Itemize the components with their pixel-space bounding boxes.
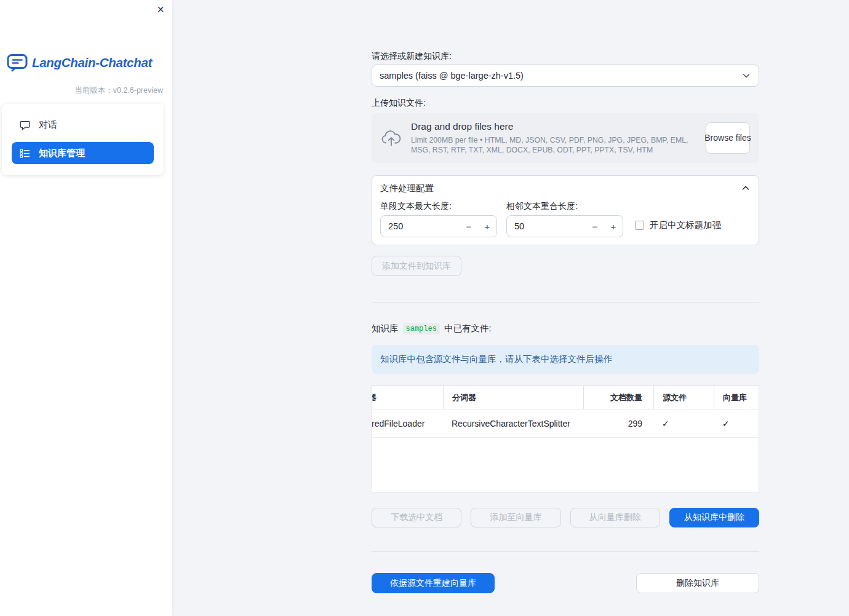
kb-select[interactable]: samples (faiss @ bge-large-zh-v1.5) <box>372 65 759 87</box>
logo-text: LangChain-Chatchat <box>32 55 152 70</box>
decrement-button[interactable]: − <box>586 216 604 237</box>
files-table: 器 分词器 文档数量 源文件 向量库 redFileLoader Recursi… <box>372 385 759 492</box>
chat-icon <box>20 120 30 130</box>
chunk-size-input[interactable]: 250 − + <box>380 215 497 237</box>
overlap-size-input[interactable]: 50 − + <box>506 215 623 237</box>
expander-header[interactable]: 文件处理配置 <box>380 181 751 195</box>
upload-label: 上传知识文件: <box>372 98 426 109</box>
divider <box>372 551 759 552</box>
chunk-size-value: 250 <box>381 221 460 231</box>
overlap-size-label: 相邻文本重合长度: <box>506 201 578 212</box>
menu-item-label: 知识库管理 <box>39 148 85 159</box>
menu-item-label: 对话 <box>39 119 57 131</box>
existing-files-heading: 知识库 samples 中已有文件: <box>372 323 491 334</box>
col-header-source-file[interactable]: 源文件 <box>653 386 714 409</box>
col-header-vector-store[interactable]: 向量库 <box>714 386 759 409</box>
col-header-doc-count[interactable]: 文档数量 <box>583 386 653 409</box>
dropzone-title: Drag and drop files here <box>411 121 696 132</box>
upload-cloud-icon <box>381 130 402 146</box>
table-action-buttons: 下载选中文档 添加至向量库 从向量库删除 从知识库中删除 <box>372 508 759 527</box>
col-header-loader-partial[interactable]: 器 <box>372 386 443 409</box>
cell-tokenizer[interactable]: RecursiveCharacterTextSplitter <box>443 409 583 438</box>
rebuild-vector-store-button[interactable]: 依据源文件重建向量库 <box>372 573 495 593</box>
file-config-expander: 文件处理配置 单段文本最大长度: 相邻文本重合长度: 250 − + 50 − … <box>372 175 759 245</box>
browse-files-button[interactable]: Browse files <box>706 122 750 154</box>
chevron-down-icon <box>741 71 751 81</box>
knowledge-base-icon <box>20 148 30 159</box>
kb-files-prefix: 知识库 <box>372 323 399 334</box>
cell-doc-count[interactable]: 299 <box>583 409 653 438</box>
kb-select-label: 请选择或新建知识库: <box>372 51 452 62</box>
cell-vector-store[interactable]: ✓ <box>714 409 759 438</box>
title-enhance-checkbox[interactable]: 开启中文标题加强 <box>635 219 721 231</box>
delete-from-kb-button[interactable]: 从知识库中删除 <box>669 508 759 527</box>
add-files-to-kb-button: 添加文件到知识库 <box>372 256 461 276</box>
add-to-vector-store-button: 添加至向量库 <box>471 508 560 527</box>
logo-chat-icon <box>7 53 28 72</box>
chunk-size-label: 单段文本最大长度: <box>380 201 452 212</box>
sidebar: × LangChain-Chatchat 当前版本：v0.2.6-preview… <box>0 0 172 616</box>
expander-title: 文件处理配置 <box>380 183 434 194</box>
sidebar-close-icon[interactable]: × <box>157 3 164 15</box>
info-banner: 知识库中包含源文件与向量库，请从下表中选择文件后操作 <box>372 345 759 374</box>
delete-kb-button[interactable]: 删除知识库 <box>636 573 759 593</box>
chevron-up-icon <box>741 183 751 193</box>
download-selected-button: 下载选中文档 <box>372 508 461 527</box>
cell-loader[interactable]: redFileLoader <box>372 409 443 438</box>
overlap-size-value: 50 <box>507 221 586 231</box>
divider <box>372 302 759 302</box>
increment-button[interactable]: + <box>478 216 496 237</box>
logo: LangChain-Chatchat <box>7 53 152 72</box>
table-empty-area <box>372 438 759 492</box>
dropzone-instructions: Drag and drop files here Limit 200MB per… <box>411 121 696 155</box>
col-header-tokenizer[interactable]: 分词器 <box>443 386 583 409</box>
file-dropzone[interactable]: Drag and drop files here Limit 200MB per… <box>372 113 759 163</box>
cell-source-file[interactable]: ✓ <box>653 409 714 438</box>
menu-item-knowledge-base[interactable]: 知识库管理 <box>12 142 154 164</box>
menu-item-dialogue[interactable]: 对话 <box>12 114 154 136</box>
increment-button[interactable]: + <box>604 216 623 237</box>
kb-name-code: samples <box>403 323 440 334</box>
sidebar-menu: 对话 知识库管理 <box>2 104 164 175</box>
kb-select-value: samples (faiss @ bge-large-zh-v1.5) <box>380 71 524 81</box>
kb-files-suffix: 中已有文件: <box>444 323 492 334</box>
decrement-button[interactable]: − <box>460 216 478 237</box>
version-text: 当前版本：v0.2.6-preview <box>74 85 163 96</box>
checkbox-label: 开启中文标题加强 <box>650 219 721 231</box>
delete-from-vector-store-button: 从向量库删除 <box>570 508 660 527</box>
checkbox-icon <box>635 221 644 230</box>
dropzone-limit-text: Limit 200MB per file • HTML, MD, JSON, C… <box>411 135 696 155</box>
